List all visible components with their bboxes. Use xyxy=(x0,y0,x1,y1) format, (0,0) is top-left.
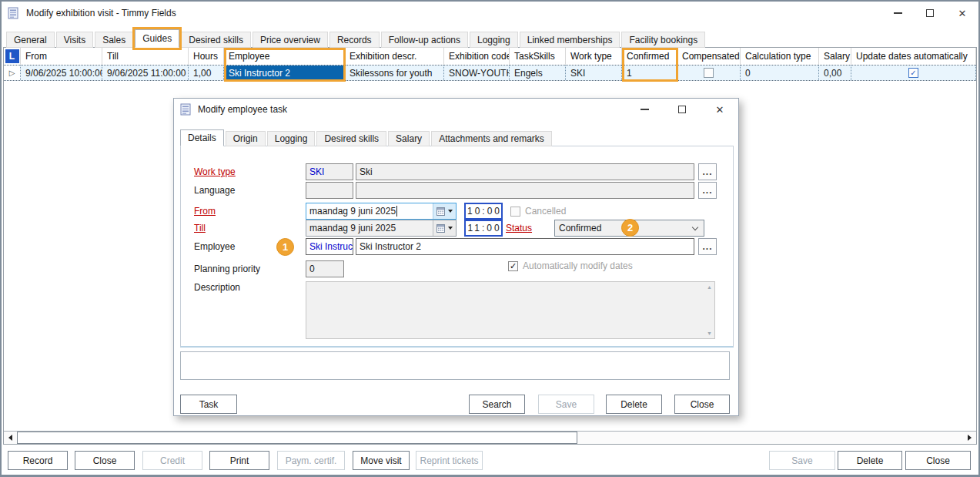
work-type-lookup-button[interactable]: ... xyxy=(698,163,717,180)
minimize-button[interactable] xyxy=(886,2,909,25)
auto-modify-dates-checkbox[interactable]: ✓ Automatically modify dates xyxy=(508,257,633,274)
dialog-delete-button[interactable]: Delete xyxy=(606,395,662,414)
from-time-field[interactable]: 10:00 xyxy=(464,203,503,220)
description-textarea[interactable]: ▲ ▼ xyxy=(306,281,715,339)
col-header-employee[interactable]: Employee xyxy=(224,48,345,65)
dialog-tab-attachments[interactable]: Attachments and remarks xyxy=(431,131,552,146)
cell-from[interactable]: 9/06/2025 10:00:00 xyxy=(21,66,102,80)
col-header-taskskills[interactable]: TaskSkills xyxy=(510,48,566,65)
move-visit-button[interactable]: Move visit xyxy=(353,451,410,470)
tab-follow-up-actions[interactable]: Follow-up actions xyxy=(381,32,468,48)
col-header-from[interactable]: From xyxy=(21,48,102,65)
table-row[interactable]: ▷ 9/06/2025 10:00:00 9/06/2025 11:00:00 … xyxy=(4,65,976,81)
col-header-exhibition-descr[interactable]: Exhibition descr. xyxy=(345,48,444,65)
col-header-salary[interactable]: Salary xyxy=(819,48,851,65)
scroll-up-icon[interactable]: ▲ xyxy=(707,284,712,290)
dialog-tab-origin[interactable]: Origin xyxy=(226,131,266,146)
grid-corner-cell[interactable]: L xyxy=(4,48,21,65)
dialog-tab-logging[interactable]: Logging xyxy=(267,131,316,146)
footer-delete-button[interactable]: Delete xyxy=(838,451,902,470)
language-lookup-button[interactable]: ... xyxy=(698,182,717,199)
dialog-minimize-button[interactable] xyxy=(635,99,654,120)
col-header-till[interactable]: Till xyxy=(102,48,189,65)
close-button[interactable]: ✕ xyxy=(951,2,974,25)
from-calendar-button[interactable] xyxy=(433,203,456,219)
status-dropdown[interactable]: Confirmed 2 xyxy=(554,220,704,237)
cancelled-label: Cancelled xyxy=(525,206,566,217)
cell-confirmed[interactable]: 1 xyxy=(622,66,677,80)
dialog-close-button-bottom[interactable]: Close xyxy=(674,395,730,414)
col-header-hours[interactable]: Hours xyxy=(189,48,224,65)
tab-general[interactable]: General xyxy=(6,32,55,48)
dialog-tab-desired-skills[interactable]: Desired skills xyxy=(316,131,386,146)
till-calendar-button[interactable] xyxy=(433,220,456,236)
employee-lookup-button[interactable]: ... xyxy=(698,238,717,255)
work-type-name-field[interactable]: Ski xyxy=(356,163,694,180)
reprint-tickets-button[interactable]: Reprint tickets xyxy=(416,451,483,470)
dialog-close-button[interactable]: ✕ xyxy=(711,99,729,120)
scrollbar-track[interactable] xyxy=(577,432,963,444)
scroll-left-button[interactable] xyxy=(4,432,17,444)
task-button[interactable]: Task xyxy=(180,395,237,414)
cell-exhibition-code[interactable]: SNOW-YOUTH xyxy=(444,66,510,80)
dialog-tab-details[interactable]: Details xyxy=(180,129,224,146)
tab-price-overview[interactable]: Price overview xyxy=(253,32,328,48)
record-button[interactable]: Record xyxy=(8,451,68,470)
col-header-compensated[interactable]: Compensated xyxy=(677,48,741,65)
tab-visits[interactable]: Visits xyxy=(56,32,93,48)
dialog-remark-box[interactable] xyxy=(180,351,730,380)
dialog-tab-salary[interactable]: Salary xyxy=(388,131,430,146)
scrollbar-thumb[interactable] xyxy=(17,432,577,444)
cell-work-type[interactable]: SKI xyxy=(566,66,622,80)
scroll-right-button[interactable] xyxy=(963,432,976,444)
scroll-down-icon[interactable]: ▼ xyxy=(707,331,712,336)
compensated-checkbox-unchecked[interactable] xyxy=(704,68,714,78)
dialog-save-button[interactable]: Save xyxy=(538,395,594,414)
paym-certif-button[interactable]: Paym. certif. xyxy=(277,451,345,470)
cell-compensated[interactable] xyxy=(677,66,741,80)
cancelled-checkbox[interactable]: Cancelled xyxy=(510,203,566,220)
grid-corner-l-icon: L xyxy=(5,49,19,63)
till-time-field[interactable]: 11:00 xyxy=(464,220,503,237)
tab-records[interactable]: Records xyxy=(329,32,380,48)
footer-close-button[interactable]: Close xyxy=(905,451,971,470)
col-header-exhibition-code[interactable]: Exhibition code▲ xyxy=(444,48,510,65)
cell-taskskills[interactable]: Engels xyxy=(510,66,566,80)
language-code-field[interactable] xyxy=(306,182,353,199)
update-dates-checkbox-checked[interactable]: ✓ xyxy=(908,68,918,78)
print-button[interactable]: Print xyxy=(209,451,269,470)
cell-employee-selected[interactable]: Ski Instructor 2 xyxy=(224,66,345,80)
footer-save-button[interactable]: Save xyxy=(769,451,835,470)
cell-calculation-type[interactable]: 0 xyxy=(741,66,819,80)
search-button[interactable]: Search xyxy=(469,395,525,414)
work-type-code-field[interactable]: SKI xyxy=(306,163,353,180)
col-header-confirmed[interactable]: Confirmed xyxy=(622,48,677,65)
cell-till[interactable]: 9/06/2025 11:00:00 xyxy=(102,66,189,80)
cell-salary[interactable]: 0,00 xyxy=(819,66,851,80)
tab-desired-skills[interactable]: Desired skills xyxy=(181,32,251,48)
col-header-calculation-type[interactable]: Calculation type xyxy=(741,48,819,65)
cell-exhibition-descr[interactable]: Skilessons for youth xyxy=(345,66,444,80)
tab-sales[interactable]: Sales xyxy=(95,32,133,48)
planning-priority-field[interactable]: 0 xyxy=(306,260,344,277)
employee-name-field[interactable]: Ski Instructor 2 xyxy=(356,238,694,255)
col-header-work-type[interactable]: Work type xyxy=(566,48,622,65)
tab-linked-memberships[interactable]: Linked memberships xyxy=(520,32,620,48)
employee-code-field[interactable]: Ski Instructor 2 xyxy=(306,238,353,255)
from-date-field[interactable]: maandag 9 juni 2025 xyxy=(306,203,457,220)
horizontal-scrollbar[interactable] xyxy=(4,431,976,444)
tab-logging[interactable]: Logging xyxy=(470,32,518,48)
tab-facility-bookings[interactable]: Facility bookings xyxy=(621,32,705,48)
till-date-field[interactable]: maandag 9 juni 2025 xyxy=(306,220,457,237)
dialog-maximize-button[interactable] xyxy=(673,99,691,120)
credit-button[interactable]: Credit xyxy=(142,451,202,470)
tab-guides[interactable]: Guides xyxy=(135,29,179,48)
minimize-icon xyxy=(894,12,902,14)
col-header-update-dates-automatically[interactable]: Update dates automatically xyxy=(851,48,976,65)
cell-hours[interactable]: 1,00 xyxy=(189,66,224,80)
maximize-button[interactable] xyxy=(918,2,942,25)
language-label: Language xyxy=(194,182,235,199)
language-name-field[interactable] xyxy=(356,182,694,199)
cell-update-dates[interactable]: ✓ xyxy=(851,66,976,80)
close-visit-button[interactable]: Close xyxy=(75,451,135,470)
